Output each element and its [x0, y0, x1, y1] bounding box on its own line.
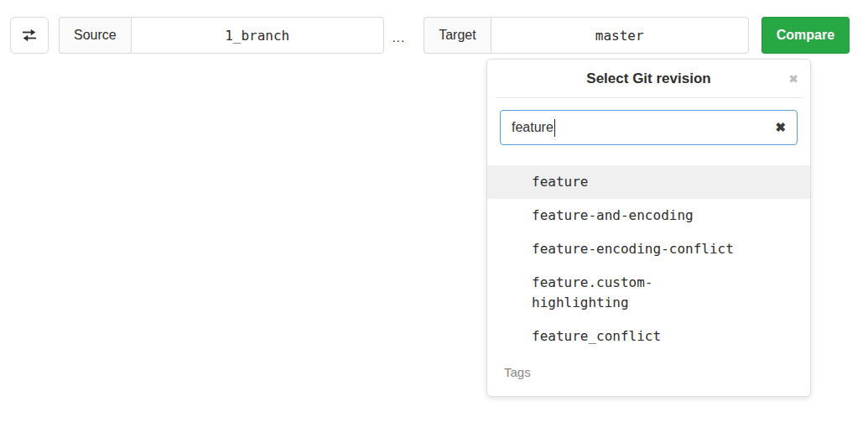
- branch-item-feature[interactable]: feature: [487, 165, 810, 199]
- search-container: feature ✖: [487, 98, 810, 152]
- compare-toolbar: Source 1_branch ... Target master Compar…: [10, 17, 850, 54]
- revision-search-input[interactable]: feature ✖: [500, 110, 798, 145]
- dropdown-header: Select Git revision ✖: [487, 60, 810, 97]
- source-revision-field[interactable]: 1_branch: [131, 17, 384, 54]
- dropdown-title: Select Git revision: [586, 70, 710, 86]
- source-label: Source: [59, 17, 131, 54]
- branch-item-feature-encoding-conflict[interactable]: feature-encoding-conflict: [487, 232, 810, 266]
- text-caret: [554, 119, 556, 137]
- git-revision-dropdown: Select Git revision ✖ feature ✖ feature …: [486, 59, 811, 397]
- swap-arrows-icon: [20, 28, 39, 43]
- panel-footer-padding: [487, 391, 810, 396]
- branch-item-feature-conflict[interactable]: feature_conflict: [487, 320, 810, 353]
- branch-list: feature feature-and-encoding feature-enc…: [487, 165, 810, 353]
- source-revision-group: Source 1_branch: [59, 17, 384, 54]
- branch-item-feature-custom-highlighting[interactable]: feature.custom-highlighting: [487, 266, 810, 320]
- clear-search-icon[interactable]: ✖: [775, 119, 786, 136]
- compare-button[interactable]: Compare: [761, 17, 850, 54]
- target-revision-field[interactable]: master: [491, 17, 749, 54]
- target-revision-group: Target master: [424, 17, 748, 54]
- target-label: Target: [424, 17, 490, 54]
- tags-section-label: Tags: [487, 353, 810, 391]
- swap-revisions-button[interactable]: [10, 17, 49, 54]
- compare-separator: ...: [392, 30, 406, 44]
- search-input-value: feature: [512, 120, 554, 135]
- branch-item-feature-and-encoding[interactable]: feature-and-encoding: [487, 199, 810, 232]
- close-icon[interactable]: ✖: [788, 70, 798, 87]
